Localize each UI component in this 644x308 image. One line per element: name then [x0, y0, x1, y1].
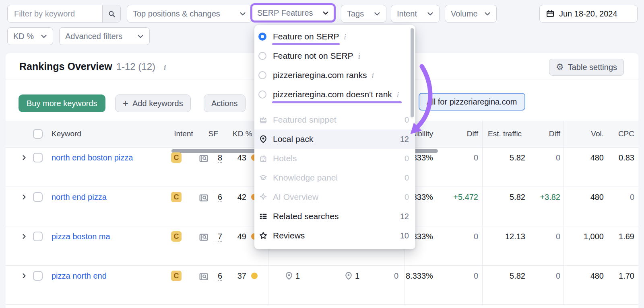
- option-domain-ranks[interactable]: pizzeriaregina.com ranksi: [254, 66, 415, 85]
- expand-chevron-icon[interactable]: [21, 233, 27, 240]
- est-traffic-value: 5.82: [484, 150, 525, 165]
- row-checkbox[interactable]: [33, 192, 43, 202]
- filter-advanced[interactable]: Advanced filters: [59, 27, 150, 45]
- feature-local-pack[interactable]: Local pack 12: [254, 129, 415, 149]
- gear-icon: ⚙: [556, 63, 564, 72]
- select-all-checkbox[interactable]: [33, 129, 43, 139]
- keyword-link[interactable]: north end boston pizza: [52, 150, 133, 165]
- row-checkbox[interactable]: [33, 232, 43, 241]
- map-pin-icon: [259, 135, 267, 143]
- row-checkbox[interactable]: [33, 271, 43, 281]
- filter-serp-features[interactable]: SERP Features: [250, 3, 336, 23]
- chevron-down-icon: [137, 34, 144, 39]
- feature-ai-overview[interactable]: AI Overview 0: [254, 187, 415, 207]
- cpc-value: 1.69: [595, 229, 634, 244]
- chevron-down-icon: [484, 12, 491, 16]
- col-header-sf[interactable]: SF: [203, 121, 223, 147]
- table-settings-button[interactable]: ⚙ Table settings: [549, 59, 624, 76]
- filter-volume[interactable]: Volume: [445, 5, 497, 23]
- actions-button[interactable]: Actions: [204, 94, 246, 112]
- filter-intent[interactable]: Intent: [391, 5, 440, 23]
- intent-badge: C: [171, 271, 182, 281]
- sf-count[interactable]: 6: [218, 268, 222, 283]
- dropdown-scrollbar[interactable]: [411, 28, 414, 117]
- filter-serp-features-label: SERP Features: [257, 8, 313, 18]
- row-separator: [6, 304, 638, 305]
- keyword-link[interactable]: north end pizza: [52, 189, 107, 205]
- keyword-filter-input[interactable]: Filter by keyword: [7, 5, 121, 23]
- est-traffic-diff: 0: [523, 150, 560, 165]
- visibility-diff: 0: [441, 229, 478, 244]
- serp-preview-icon[interactable]: [199, 154, 208, 163]
- hotel-icon: [259, 154, 267, 162]
- scope-all-button[interactable]: All for pizzeriaregina.com: [419, 93, 525, 111]
- est-traffic-diff: +3.82: [523, 189, 560, 205]
- search-button[interactable]: [102, 5, 120, 22]
- purple-underline: [272, 43, 340, 45]
- serp-preview-icon[interactable]: [199, 272, 208, 281]
- rankings-overview-title: Rankings Overview: [19, 61, 112, 72]
- add-keywords-button[interactable]: + Add keywords: [115, 94, 191, 112]
- date-range-button[interactable]: Jun 18-20, 2024: [539, 5, 638, 23]
- col-header-keyword[interactable]: Keyword: [52, 121, 81, 147]
- option-feature-not-on-serp[interactable]: Feature not on SERPi: [254, 46, 415, 66]
- feature-reviews[interactable]: Reviews 10: [254, 226, 415, 245]
- filter-tags-label: Tags: [347, 9, 364, 18]
- local-pack-position-icon: [285, 272, 293, 280]
- filter-tags[interactable]: Tags: [341, 5, 386, 23]
- sf-count[interactable]: 6: [218, 189, 222, 205]
- info-icon[interactable]: i: [372, 71, 374, 80]
- chevron-down-icon: [322, 11, 329, 15]
- col-header-diff2[interactable]: Diff: [523, 121, 560, 147]
- divider: [214, 153, 214, 163]
- expand-chevron-icon[interactable]: [21, 273, 27, 279]
- feature-hotels[interactable]: Hotels 0: [254, 149, 415, 168]
- col-header-est-traffic[interactable]: Est. traffic: [488, 121, 522, 147]
- local-pack-position: 1: [355, 268, 359, 283]
- intent-badge: C: [171, 152, 182, 163]
- info-icon[interactable]: i: [397, 90, 399, 99]
- info-icon[interactable]: i: [164, 63, 166, 72]
- table-settings-label: Table settings: [568, 63, 617, 72]
- info-icon[interactable]: i: [358, 52, 360, 60]
- keyword-link[interactable]: pizza north end: [52, 268, 107, 283]
- keyword-link[interactable]: pizza boston ma: [52, 229, 110, 244]
- sf-count[interactable]: 8: [218, 150, 222, 165]
- sf-count[interactable]: 7: [218, 229, 222, 244]
- est-traffic-value: 12.13: [484, 229, 525, 244]
- cpc-value: 0: [595, 189, 634, 205]
- radio-icon[interactable]: [258, 52, 266, 60]
- col-header-diff[interactable]: Diff: [441, 121, 478, 147]
- filter-kd-label: KD %: [13, 32, 34, 41]
- filter-top-positions[interactable]: Top positions & changes: [127, 5, 252, 23]
- add-keywords-label: Add keywords: [132, 99, 183, 108]
- chevron-down-icon: [239, 12, 246, 16]
- info-icon[interactable]: i: [344, 33, 346, 41]
- chevron-down-icon: [427, 12, 433, 16]
- rankings-range: 1-12 (12): [116, 61, 155, 72]
- col-header-cpc[interactable]: CPC: [595, 121, 634, 147]
- visibility-diff: 0: [441, 150, 478, 165]
- radio-icon[interactable]: [258, 71, 266, 79]
- serp-preview-icon[interactable]: [199, 193, 208, 202]
- crown-icon: [259, 116, 267, 124]
- gridline: [564, 121, 564, 304]
- serp-preview-icon[interactable]: [199, 233, 208, 242]
- est-traffic-value: 5.82: [484, 268, 525, 283]
- intent-badge: C: [171, 231, 182, 242]
- buy-more-keywords-button[interactable]: Buy more keywords: [19, 94, 105, 112]
- col-header-kd[interactable]: KD %: [233, 121, 252, 147]
- est-traffic-diff: 0: [523, 229, 560, 244]
- feature-knowledge-panel[interactable]: Knowledge panel 0: [254, 168, 415, 187]
- filter-kd[interactable]: KD %: [7, 27, 53, 45]
- expand-chevron-icon[interactable]: [21, 194, 27, 200]
- row-checkbox[interactable]: [33, 153, 43, 162]
- feature-related-searches[interactable]: Related searches 12: [254, 207, 415, 226]
- expand-chevron-icon[interactable]: [21, 154, 27, 161]
- col-header-intent[interactable]: Intent: [172, 121, 195, 147]
- radio-icon[interactable]: [258, 90, 266, 99]
- local-pack-position: 1: [295, 268, 300, 283]
- kd-dot: [251, 273, 258, 279]
- radio-selected-icon[interactable]: [258, 33, 266, 41]
- feature-featured-snippet[interactable]: Featured snippet 0: [254, 110, 415, 129]
